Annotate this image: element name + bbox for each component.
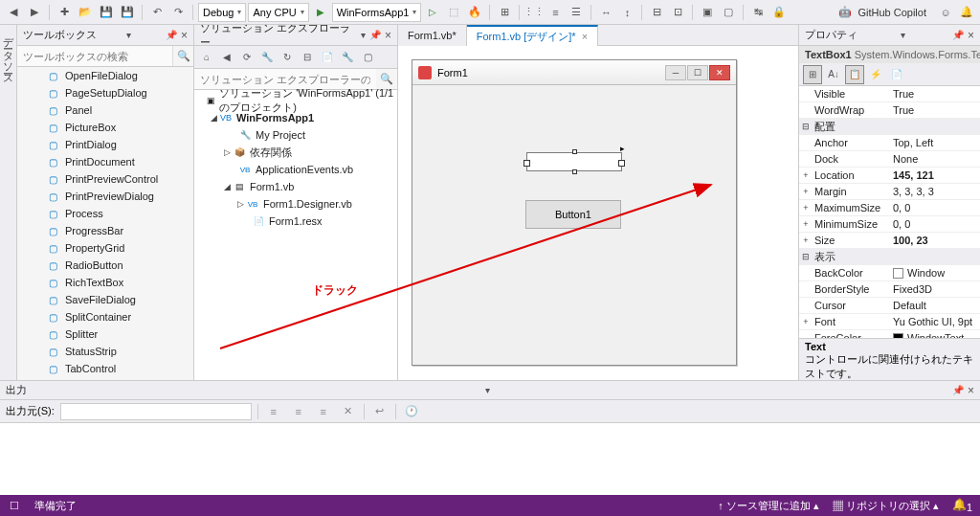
output-source-combo[interactable] bbox=[60, 403, 252, 420]
collapse-icon[interactable]: ⊟ bbox=[299, 49, 316, 66]
chevron-down-icon[interactable]: ▾ bbox=[126, 30, 131, 40]
copilot-label[interactable]: GitHub Copilot bbox=[858, 7, 926, 18]
config-combo[interactable]: Debug▾ bbox=[198, 3, 246, 22]
refresh-icon[interactable]: ↻ bbox=[278, 49, 296, 66]
side-tab-datasource[interactable]: データソース bbox=[0, 25, 17, 380]
toolbox-item-printdialog[interactable]: ▢PrintDialog bbox=[17, 136, 193, 153]
chevron-down-icon[interactable]: ▾ bbox=[485, 385, 490, 395]
alphabetical-icon[interactable]: A↓ bbox=[824, 65, 843, 84]
toolbox-item-panel[interactable]: ▢Panel bbox=[17, 101, 193, 119]
property-row-wordwrap[interactable]: WordWrapTrue bbox=[799, 102, 980, 119]
prev-icon[interactable]: ≡ bbox=[289, 402, 308, 421]
property-category[interactable]: ⊟配置 bbox=[799, 119, 980, 135]
center-v-icon[interactable]: ⊡ bbox=[668, 3, 687, 22]
save-all-icon[interactable]: 💾 bbox=[118, 3, 137, 22]
search-icon[interactable]: 🔍 bbox=[172, 46, 193, 66]
toolbox-item-process[interactable]: ▢Process bbox=[17, 205, 193, 222]
close-tab-icon[interactable]: × bbox=[582, 31, 588, 42]
undo-icon[interactable]: ↶ bbox=[147, 3, 167, 22]
solution-root[interactable]: ▣ソリューション 'WinFormsApp1' (1/1 のプロジェクト) bbox=[194, 92, 397, 109]
minimize-icon[interactable]: ─ bbox=[665, 65, 686, 80]
pin-icon[interactable]: 📌 bbox=[952, 385, 964, 395]
properties-icon[interactable]: 📋 bbox=[845, 65, 864, 84]
close-icon[interactable]: × bbox=[968, 384, 974, 397]
lock-icon[interactable]: 🔒 bbox=[769, 3, 789, 22]
preview-icon[interactable]: ▢ bbox=[359, 49, 376, 66]
showall-icon[interactable]: 📄 bbox=[319, 49, 336, 66]
hspace-icon[interactable]: ↔ bbox=[596, 3, 615, 22]
redo-icon[interactable]: ↷ bbox=[168, 3, 188, 22]
property-row-minimumsize[interactable]: +MinimumSize0, 0 bbox=[799, 216, 980, 233]
platform-combo[interactable]: Any CPU▾ bbox=[248, 3, 308, 22]
toolbox-item-savefiledialog[interactable]: ▢SaveFileDialog bbox=[17, 291, 193, 308]
home-icon[interactable]: ⌂ bbox=[198, 49, 215, 66]
tab-form1-design[interactable]: Form1.vb [デザイン]*× bbox=[467, 25, 598, 46]
property-row-location[interactable]: +Location145, 121 bbox=[799, 168, 980, 184]
toolbox-item-printdocument[interactable]: ▢PrintDocument bbox=[17, 153, 193, 170]
nav-back-icon[interactable]: ◀ bbox=[4, 3, 23, 22]
property-row-font[interactable]: +FontYu Gothic UI, 9pt bbox=[799, 314, 980, 330]
toolbox-item-richtextbox[interactable]: ▢RichTextBox bbox=[17, 274, 193, 291]
send-back-icon[interactable]: ▢ bbox=[719, 3, 738, 22]
clear-icon[interactable]: ✕ bbox=[339, 402, 358, 421]
start-project-combo[interactable]: WinFormsApp1▾ bbox=[332, 3, 422, 22]
property-category[interactable]: ⊟表示 bbox=[799, 249, 980, 265]
toolbox-item-printpreviewdialog[interactable]: ▢PrintPreviewDialog bbox=[17, 188, 193, 205]
vspace-icon[interactable]: ↕ bbox=[617, 3, 636, 22]
open-icon[interactable]: 📂 bbox=[76, 3, 95, 22]
properties-icon[interactable]: 🔧 bbox=[339, 49, 356, 66]
toolbox-item-progressbar[interactable]: ▢ProgressBar bbox=[17, 222, 193, 239]
appevents-node[interactable]: VBApplicationEvents.vb bbox=[194, 161, 397, 178]
smart-tag-icon[interactable]: ▸ bbox=[620, 144, 625, 153]
toolbox-item-radiobutton[interactable]: ▢RadioButton bbox=[17, 257, 193, 274]
toolbox-item-splitter[interactable]: ▢Splitter bbox=[17, 325, 193, 343]
maximize-icon[interactable]: ☐ bbox=[687, 65, 708, 80]
wrap-icon[interactable]: ↩ bbox=[370, 402, 390, 421]
layout-icon[interactable]: ⊞ bbox=[495, 3, 514, 22]
repo-select[interactable]: ▦ リポジトリの選択 ▴ bbox=[833, 499, 939, 513]
notifications-icon[interactable]: 🔔 bbox=[957, 3, 976, 22]
align2-icon[interactable]: ☰ bbox=[567, 3, 586, 22]
form-body[interactable]: ▸ Button1 bbox=[412, 85, 736, 365]
back-icon[interactable]: ◀ bbox=[218, 49, 235, 66]
toolbox-search-input[interactable] bbox=[17, 46, 172, 66]
hot-reload-icon[interactable]: 🔥 bbox=[465, 3, 484, 22]
center-h-icon[interactable]: ⊟ bbox=[647, 3, 666, 22]
button-control[interactable]: Button1 bbox=[525, 200, 621, 229]
property-row-dock[interactable]: DockNone bbox=[799, 151, 980, 168]
toolbox-item-picturebox[interactable]: ▢PictureBox bbox=[17, 119, 193, 136]
design-surface[interactable]: Form1 ─ ☐ ✕ ▸ Button1 bbox=[398, 46, 798, 380]
bring-front-icon[interactable]: ▣ bbox=[698, 3, 717, 22]
tab-form1-code[interactable]: Form1.vb* bbox=[398, 25, 467, 46]
notifications-badge[interactable]: 🔔1 bbox=[952, 498, 972, 513]
form-window[interactable]: Form1 ─ ☐ ✕ ▸ Button1 bbox=[412, 59, 737, 366]
next-icon[interactable]: ≡ bbox=[314, 402, 333, 421]
tab-order-icon[interactable]: ↹ bbox=[748, 3, 768, 22]
form1resx-node[interactable]: 📄Form1.resx bbox=[194, 213, 397, 230]
nav-fwd-icon[interactable]: ▶ bbox=[25, 3, 44, 22]
properties-object-selector[interactable]: TextBox1 System.Windows.Forms.TextBox bbox=[799, 46, 980, 63]
toolbox-item-propertygrid[interactable]: ▢PropertyGrid bbox=[17, 239, 193, 257]
toolbox-item-printpreviewcontrol[interactable]: ▢PrintPreviewControl bbox=[17, 170, 193, 188]
pin-icon[interactable]: 📌 bbox=[369, 30, 381, 40]
save-icon[interactable]: 💾 bbox=[97, 3, 116, 22]
categorized-icon[interactable]: ⊞ bbox=[803, 65, 822, 84]
property-row-anchor[interactable]: AnchorTop, Left bbox=[799, 135, 980, 151]
grid-icon[interactable]: ⋮⋮ bbox=[524, 3, 544, 22]
feedback-icon[interactable]: ☺ bbox=[936, 3, 955, 22]
close-icon[interactable]: × bbox=[181, 29, 188, 42]
close-window-icon[interactable]: ✕ bbox=[709, 65, 730, 80]
chevron-down-icon[interactable]: ▾ bbox=[901, 30, 905, 40]
toolbox-item-pagesetupdialog[interactable]: ▢PageSetupDialog bbox=[17, 84, 193, 101]
new-item-icon[interactable]: ✚ bbox=[55, 3, 74, 22]
property-row-cursor[interactable]: CursorDefault bbox=[799, 298, 980, 314]
myproject-node[interactable]: 🔧My Project bbox=[194, 126, 397, 144]
events-icon[interactable]: ⚡ bbox=[866, 65, 885, 84]
property-row-size[interactable]: +Size100, 23 bbox=[799, 233, 980, 249]
dependencies-node[interactable]: ▷📦依存関係 bbox=[194, 144, 397, 161]
property-row-visible[interactable]: VisibleTrue bbox=[799, 86, 980, 102]
property-row-maximumsize[interactable]: +MaximumSize0, 0 bbox=[799, 200, 980, 216]
textbox-control[interactable]: ▸ bbox=[526, 152, 622, 171]
start-nodebug-icon[interactable]: ▷ bbox=[423, 3, 442, 22]
close-icon[interactable]: × bbox=[968, 29, 974, 42]
